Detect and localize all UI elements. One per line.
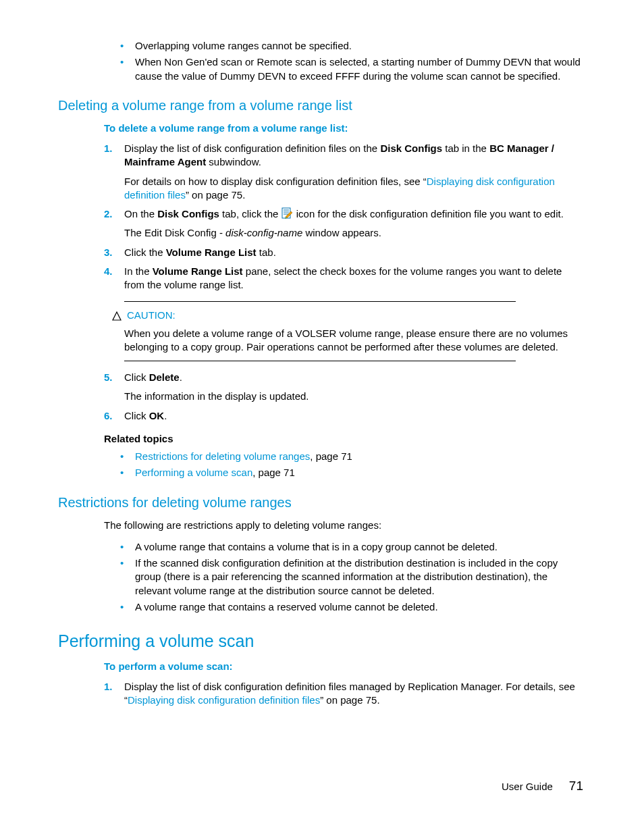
step-5: Click Delete. The information in the dis…: [104, 371, 583, 404]
link-restrictions-deleting[interactable]: Restrictions for deleting volume ranges: [135, 450, 310, 462]
related-topics-heading: Related topics: [104, 432, 583, 446]
step-3: Click the Volume Range List tab.: [104, 246, 583, 259]
intro-bullet-list: Overlapping volume ranges cannot be spec…: [58, 39, 583, 83]
text: Click: [124, 410, 149, 421]
intro-paragraph: The following are restrictions apply to …: [104, 519, 583, 532]
procedure-steps: Display the list of disk configuration d…: [58, 680, 583, 708]
procedure-heading: To delete a volume range from a volume r…: [104, 122, 583, 135]
heading-performing-volume-scan: Performing a volume scan: [58, 630, 583, 653]
text: ” on page 75.: [320, 694, 379, 706]
bold-text: OK: [149, 410, 165, 421]
text: On the: [124, 208, 157, 219]
text: tab in the: [442, 142, 489, 154]
list-item: When Non Gen'ed scan or Remote scan is s…: [120, 55, 583, 83]
caution-triangle-icon: [112, 311, 122, 320]
step-1: Display the list of disk configuration d…: [104, 142, 583, 202]
bold-text: Delete: [149, 371, 180, 383]
procedure-steps-cont: Click Delete. The information in the dis…: [58, 371, 583, 423]
bold-text: Volume Range List: [153, 265, 243, 277]
link-performing-volume-scan[interactable]: Performing a volume scan: [135, 467, 252, 478]
procedure-steps: Display the list of disk configuration d…: [58, 142, 583, 292]
text: icon for the disk configuration definiti…: [296, 208, 564, 219]
text: tab, click the: [219, 208, 281, 219]
text: .: [180, 371, 182, 383]
page-number: 71: [569, 777, 583, 795]
text: window appears.: [302, 227, 381, 238]
bold-text: Volume Range List: [166, 246, 257, 258]
list-item: Overlapping volume ranges cannot be spec…: [120, 39, 583, 53]
text: ” on page 75.: [186, 189, 245, 201]
caution-block: CAUTION: When you delete a volume range …: [124, 301, 583, 361]
list-item: A volume range that contains a volume th…: [120, 540, 583, 554]
procedure-heading: To perform a volume scan:: [104, 660, 583, 673]
step-6: Click OK.: [104, 409, 583, 423]
footer-label: User Guide: [502, 780, 553, 793]
heading-restrictions-deleting: Restrictions for deleting volume ranges: [58, 494, 583, 512]
text: tab.: [257, 246, 276, 258]
list-item: A volume range that contains a reserved …: [120, 600, 583, 614]
caution-label: CAUTION:: [127, 309, 176, 322]
italic-text: disk-config-name: [225, 227, 302, 238]
step-2: On the Disk Configs tab, click the icon …: [104, 207, 583, 240]
text: , page 71: [252, 467, 295, 478]
caution-body: When you delete a volume range of a VOLS…: [124, 327, 576, 355]
list-item: Restrictions for deleting volume ranges,…: [120, 450, 583, 463]
link-displaying-disk-config-files[interactable]: Displaying disk configuration definition…: [128, 694, 320, 706]
text: Click the: [124, 246, 166, 258]
edit-icon: [281, 207, 294, 219]
step-1: Display the list of disk configuration d…: [104, 680, 583, 708]
text: , page 71: [310, 450, 352, 462]
text: subwindow.: [206, 156, 261, 167]
svg-marker-6: [113, 312, 121, 320]
heading-deleting-volume-range: Deleting a volume range from a volume ra…: [58, 97, 583, 115]
bold-text: Disk Configs: [157, 208, 219, 219]
list-item: Performing a volume scan, page 71: [120, 466, 583, 479]
related-topics-list: Restrictions for deleting volume ranges,…: [58, 450, 583, 480]
page-footer: User Guide 71: [502, 777, 583, 795]
text: Click: [124, 371, 149, 383]
restrictions-bullet-list: A volume range that contains a volume th…: [58, 540, 583, 614]
text: The information in the display is update…: [124, 390, 583, 403]
step-4: In the Volume Range List pane, select th…: [104, 265, 583, 292]
text: The Edit Disk Config -: [124, 227, 225, 238]
list-item: If the scanned disk configuration defini…: [120, 556, 583, 598]
text: For details on how to display disk confi…: [124, 176, 427, 187]
text: Display the list of disk configuration d…: [124, 142, 380, 154]
text: In the: [124, 265, 153, 277]
bold-text: Disk Configs: [380, 142, 442, 154]
text: .: [164, 410, 167, 421]
